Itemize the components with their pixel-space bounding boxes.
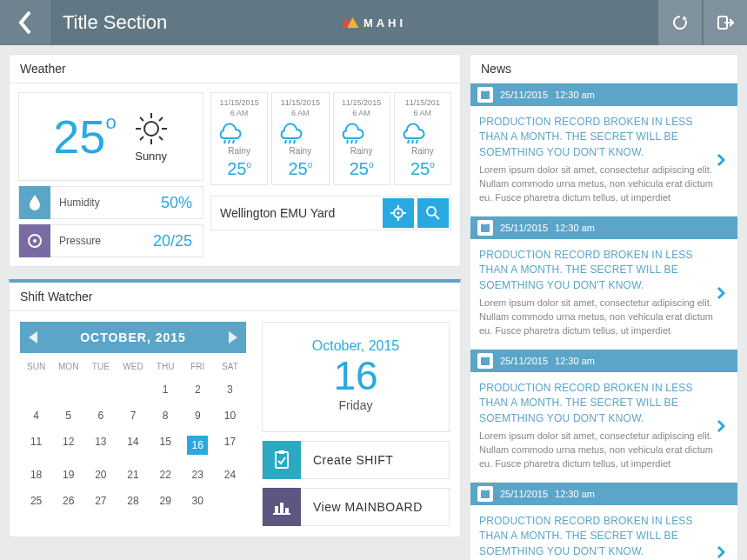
logout-button[interactable] bbox=[704, 0, 747, 45]
forecast-card: 11/15/20156 AMRainy25o bbox=[271, 92, 329, 185]
cal-cell[interactable]: 2 bbox=[182, 377, 214, 403]
svg-line-17 bbox=[233, 140, 234, 143]
forecast-temp: 25o bbox=[274, 159, 326, 179]
forecast-condition: Rainy bbox=[397, 146, 449, 156]
humidity-label: Humidity bbox=[50, 197, 161, 209]
news-date-bar: 25/11/201512:30 am bbox=[470, 83, 737, 106]
search-button[interactable] bbox=[417, 198, 449, 228]
current-temp: 25o bbox=[53, 113, 116, 160]
svg-point-4 bbox=[144, 122, 158, 136]
svg-line-9 bbox=[140, 117, 143, 121]
chevron-right-icon bbox=[717, 545, 725, 559]
news-open-button[interactable] bbox=[717, 153, 732, 167]
news-time: 12:30 am bbox=[555, 223, 595, 233]
cal-cell[interactable]: 1 bbox=[150, 377, 182, 403]
cal-cell[interactable]: 8 bbox=[150, 403, 182, 429]
cal-cell[interactable]: 25 bbox=[20, 488, 52, 514]
news-title: PRODUCTION RECORD BROKEN IN LESS THAN A … bbox=[479, 514, 717, 559]
svg-rect-38 bbox=[279, 450, 284, 454]
news-time: 12:30 am bbox=[555, 489, 595, 499]
bar-chart-icon bbox=[263, 488, 301, 526]
chevron-right-icon bbox=[717, 153, 725, 167]
forecast-card: 11/15/20156 AMRainy25o bbox=[333, 92, 390, 185]
news-excerpt: Lorem ipsum dolor sit amet, consectetur … bbox=[479, 430, 717, 471]
cal-cell[interactable]: 9 bbox=[182, 403, 214, 429]
cal-cell[interactable]: 10 bbox=[214, 403, 246, 429]
pressure-value: 20/25 bbox=[153, 232, 203, 250]
humidity-row: Humidity 50% bbox=[18, 186, 203, 219]
card-day: 16 bbox=[271, 354, 440, 398]
cal-dow: SUN bbox=[20, 353, 52, 377]
location-input[interactable] bbox=[211, 197, 381, 230]
current-condition: Sunny bbox=[135, 150, 167, 163]
news-panel: News 25/11/201512:30 amPRODUCTION RECORD… bbox=[470, 54, 738, 560]
cal-cell[interactable]: 21 bbox=[117, 462, 149, 488]
cal-dow: MON bbox=[52, 353, 84, 377]
cal-prev-button[interactable] bbox=[29, 331, 37, 343]
svg-line-34 bbox=[435, 215, 439, 219]
svg-point-14 bbox=[33, 239, 37, 243]
cal-cell[interactable]: 17 bbox=[214, 429, 246, 462]
triangle-left-icon bbox=[29, 331, 37, 343]
news-open-button[interactable] bbox=[717, 419, 732, 433]
cal-cell[interactable]: 15 bbox=[150, 429, 182, 462]
rain-icon bbox=[336, 118, 388, 144]
cal-cell bbox=[117, 377, 149, 403]
svg-line-23 bbox=[356, 140, 357, 143]
locate-button[interactable] bbox=[383, 198, 414, 228]
brand-logo: MAHI bbox=[341, 17, 406, 30]
cal-cell[interactable]: 5 bbox=[52, 403, 84, 429]
cal-cell[interactable]: 18 bbox=[20, 462, 52, 488]
forecast-card: 11/15/2016 AMRainy25o bbox=[394, 92, 451, 185]
news-excerpt: Lorem ipsum dolor sit amet, consectetur … bbox=[479, 297, 717, 338]
shift-heading: Shift Watcher bbox=[10, 283, 460, 311]
cal-cell[interactable]: 22 bbox=[150, 462, 182, 488]
view-mainboard-button[interactable]: View MAINBOARD bbox=[262, 488, 450, 526]
cal-cell[interactable]: 30 bbox=[182, 488, 214, 514]
cal-cell[interactable]: 4 bbox=[20, 403, 52, 429]
cal-cell[interactable]: 6 bbox=[84, 403, 117, 429]
create-shift-button[interactable]: Create SHIFT bbox=[262, 441, 450, 479]
svg-marker-36 bbox=[229, 331, 237, 343]
forecast-row: 11/15/20156 AMRainy25o11/15/20156 AMRain… bbox=[210, 92, 451, 185]
forecast-temp: 25o bbox=[213, 159, 265, 179]
svg-marker-2 bbox=[683, 16, 687, 20]
cal-cell[interactable]: 29 bbox=[150, 488, 182, 514]
chevron-left-icon bbox=[17, 10, 33, 35]
news-time: 12:30 am bbox=[555, 90, 595, 100]
calendar: OCTOBER, 2015 SUNMONTUEWEDTHUFRISAT12345… bbox=[20, 322, 246, 526]
forecast-condition: Rainy bbox=[336, 146, 388, 156]
news-time: 12:30 am bbox=[555, 356, 595, 366]
news-open-button[interactable] bbox=[717, 286, 732, 300]
cal-cell[interactable]: 13 bbox=[84, 429, 117, 462]
cal-cell[interactable]: 24 bbox=[214, 462, 246, 488]
cal-cell[interactable]: 14 bbox=[117, 429, 149, 462]
cal-cell[interactable]: 20 bbox=[84, 462, 117, 488]
humidity-icon bbox=[19, 186, 50, 219]
svg-point-33 bbox=[427, 207, 436, 216]
pressure-row: Pressure 20/25 bbox=[18, 224, 203, 257]
back-button[interactable] bbox=[0, 0, 50, 45]
cal-cell[interactable]: 19 bbox=[52, 462, 84, 488]
forecast-date: 11/15/20156 AM bbox=[336, 98, 388, 118]
cal-cell[interactable]: 28 bbox=[117, 488, 149, 514]
cal-next-button[interactable] bbox=[229, 331, 237, 343]
sun-icon bbox=[134, 111, 169, 146]
svg-line-11 bbox=[159, 117, 163, 121]
create-shift-label: Create SHIFT bbox=[301, 453, 393, 467]
cal-cell[interactable]: 16 bbox=[182, 429, 214, 462]
cal-cell[interactable]: 11 bbox=[20, 429, 52, 462]
cal-cell[interactable]: 23 bbox=[182, 462, 214, 488]
news-item: 25/11/201512:30 amPRODUCTION RECORD BROK… bbox=[470, 483, 737, 560]
cal-cell[interactable]: 27 bbox=[84, 488, 117, 514]
forecast-date: 11/15/2016 AM bbox=[397, 98, 449, 118]
cal-cell[interactable]: 12 bbox=[52, 429, 84, 462]
news-excerpt: Lorem ipsum dolor sit amet, consectetur … bbox=[479, 163, 717, 205]
news-open-button[interactable] bbox=[717, 545, 732, 559]
card-weekday: Friday bbox=[271, 398, 440, 412]
cal-cell[interactable]: 7 bbox=[117, 403, 149, 429]
cal-cell[interactable]: 26 bbox=[52, 488, 84, 514]
refresh-button[interactable] bbox=[658, 0, 702, 45]
cal-cell[interactable]: 3 bbox=[214, 377, 246, 403]
news-date: 25/11/2015 bbox=[500, 489, 548, 499]
